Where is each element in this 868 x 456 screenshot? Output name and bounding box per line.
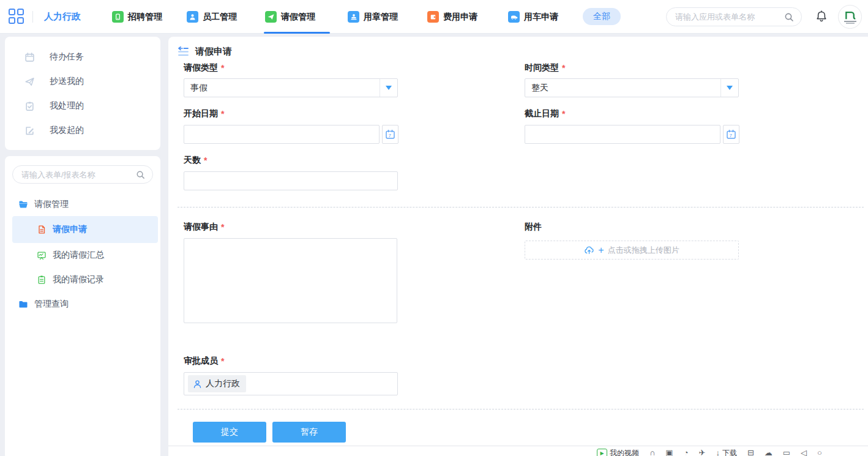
end-date-calendar-button[interactable]: 7 <box>723 125 739 144</box>
attachment-upload-area[interactable]: + 点击或拖拽上传图片 <box>525 241 739 260</box>
plus-icon: + <box>598 245 604 255</box>
sidebar-item-label: 抄送我的 <box>50 76 84 87</box>
leave-type-select[interactable]: 事假 <box>184 78 398 97</box>
leave-type-value: 事假 <box>184 83 380 94</box>
leave-icon <box>265 11 277 23</box>
nav-item-seal[interactable]: 用章管理 <box>348 0 398 34</box>
current-app-name[interactable]: 人力行政 <box>44 0 81 34</box>
nav-item-employee[interactable]: 员工管理 <box>187 0 237 34</box>
cloud-upload-icon <box>584 245 594 255</box>
svg-text:7: 7 <box>389 133 392 138</box>
tree-folder-label: 管理查询 <box>34 299 69 310</box>
save-draft-button[interactable]: 暂存 <box>272 422 346 443</box>
helmet-icon[interactable]: ∩ <box>649 449 655 456</box>
member-tag: 人力行政 <box>188 375 246 392</box>
tree-item-leave-application[interactable]: 请假申请 <box>12 216 158 243</box>
chevron-down-icon <box>727 86 733 90</box>
field-label-start-date: 开始日期* <box>184 108 224 120</box>
search-icon[interactable] <box>136 170 145 179</box>
required-mark: * <box>221 356 224 366</box>
notification-bell-icon[interactable] <box>815 10 828 23</box>
expense-icon <box>427 11 439 23</box>
approver-member-field[interactable]: 人力行政 <box>184 372 398 395</box>
sidebar-item-handled-by-me[interactable]: 我处理的 <box>5 94 160 118</box>
speed-icon[interactable]: ◔ <box>684 449 689 456</box>
search-icon[interactable] <box>784 12 794 22</box>
form-header: 请假申请 <box>176 45 232 58</box>
start-date-input[interactable] <box>184 125 380 144</box>
seal-icon <box>348 11 359 23</box>
required-mark: * <box>204 155 207 165</box>
nav-label: 用车申请 <box>524 12 558 23</box>
nav-label: 费用申请 <box>443 12 477 23</box>
reason-textarea[interactable] <box>184 238 397 323</box>
sidebar-item-todo-tasks[interactable]: 待办任务 <box>5 45 160 69</box>
nav-item-vehicle[interactable]: 用车申请 <box>508 0 558 34</box>
my-videos-label: 我的视频 <box>610 449 639 456</box>
image-icon[interactable]: ▣ <box>665 449 673 456</box>
download-button[interactable]: ↓ 下载 <box>716 449 737 456</box>
form-search <box>12 165 153 184</box>
sidebar-item-initiated-by-me[interactable]: 我发起的 <box>5 118 160 143</box>
field-label-approver: 审批成员* <box>184 355 224 367</box>
days-input[interactable] <box>184 171 398 190</box>
tree-folder-label: 请假管理 <box>34 199 69 210</box>
folder-icon <box>18 299 28 309</box>
field-label-attachment: 附件 <box>525 221 542 233</box>
printer-icon[interactable]: ⊟ <box>747 449 754 456</box>
employee-icon <box>187 11 198 23</box>
sidebar-item-label: 待办任务 <box>50 51 84 62</box>
main-panel: 请假申请 请假类型* 事假 时间类型* 整天 开始日期* 7 截止日期* <box>168 37 868 446</box>
my-videos-button[interactable]: ▶ 我的视频 <box>597 449 639 456</box>
nav-label: 员工管理 <box>203 12 237 23</box>
form-search-input[interactable] <box>21 170 136 179</box>
nav-item-recruitment[interactable]: 招聘管理 <box>112 0 162 34</box>
end-date-input[interactable] <box>525 125 720 144</box>
app-search-input[interactable] <box>675 12 784 21</box>
collapse-sidebar-icon[interactable] <box>176 45 190 58</box>
nav-item-expense[interactable]: 费用申请 <box>427 0 477 34</box>
cc-send-icon <box>24 77 35 87</box>
cloud-icon[interactable]: ☁ <box>765 449 773 456</box>
records-clipboard-icon <box>37 275 47 285</box>
filter-all-button[interactable]: 全部 <box>583 8 621 25</box>
window-icon[interactable]: ▭ <box>783 449 790 456</box>
logo-text-line <box>846 23 855 24</box>
sidebar-tasks-panel: 待办任务 抄送我的 我处理的 我发起的 <box>5 37 160 150</box>
play-icon: ▶ <box>597 449 607 456</box>
tree-folder-management-query[interactable]: 管理查询 <box>5 292 160 316</box>
folder-open-icon <box>18 200 28 209</box>
submit-button[interactable]: 提交 <box>193 422 266 443</box>
download-arrow-icon: ↓ <box>716 449 720 456</box>
person-icon <box>193 379 202 389</box>
tree-item-label: 我的请假记录 <box>53 274 104 285</box>
field-label-leave-type: 请假类型* <box>184 62 224 74</box>
page-title: 请假申请 <box>195 46 232 58</box>
loading-icon[interactable]: ○ <box>817 449 822 456</box>
tree-item-my-leave-records[interactable]: 我的请假记录 <box>5 267 160 292</box>
field-label-end-date: 截止日期* <box>525 108 565 120</box>
volume-icon[interactable]: ◁ <box>801 449 807 456</box>
topbar-divider <box>32 11 33 23</box>
tree-item-my-leave-summary[interactable]: 我的请假汇总 <box>5 243 160 267</box>
sidebar-item-cc-me[interactable]: 抄送我的 <box>5 69 160 94</box>
app-launcher-icon[interactable] <box>9 9 24 24</box>
active-tab-underline <box>264 32 330 34</box>
nav-item-leave[interactable]: 请假管理 <box>265 0 315 34</box>
field-label-reason: 请假事由* <box>184 221 224 233</box>
time-type-value: 整天 <box>525 83 720 94</box>
todo-calendar-icon <box>24 52 35 62</box>
tree-item-label: 请假申请 <box>53 224 87 235</box>
topbar: 人力行政 招聘管理 员工管理 请假管理 用章管理 <box>0 0 868 34</box>
calendar-icon: 7 <box>726 129 736 140</box>
section-divider <box>178 409 864 409</box>
user-avatar[interactable] <box>838 5 862 29</box>
rocket-icon[interactable]: ✈ <box>699 449 706 456</box>
app-root: 人力行政 招聘管理 员工管理 请假管理 用章管理 <box>0 0 868 456</box>
leave-form-doc-icon <box>37 225 47 234</box>
field-label-days: 天数* <box>184 154 207 166</box>
tree-item-label: 我的请假汇总 <box>53 250 104 261</box>
time-type-select[interactable]: 整天 <box>525 78 739 97</box>
tree-folder-leave-management[interactable]: 请假管理 <box>5 192 160 217</box>
start-date-calendar-button[interactable]: 7 <box>382 125 398 144</box>
